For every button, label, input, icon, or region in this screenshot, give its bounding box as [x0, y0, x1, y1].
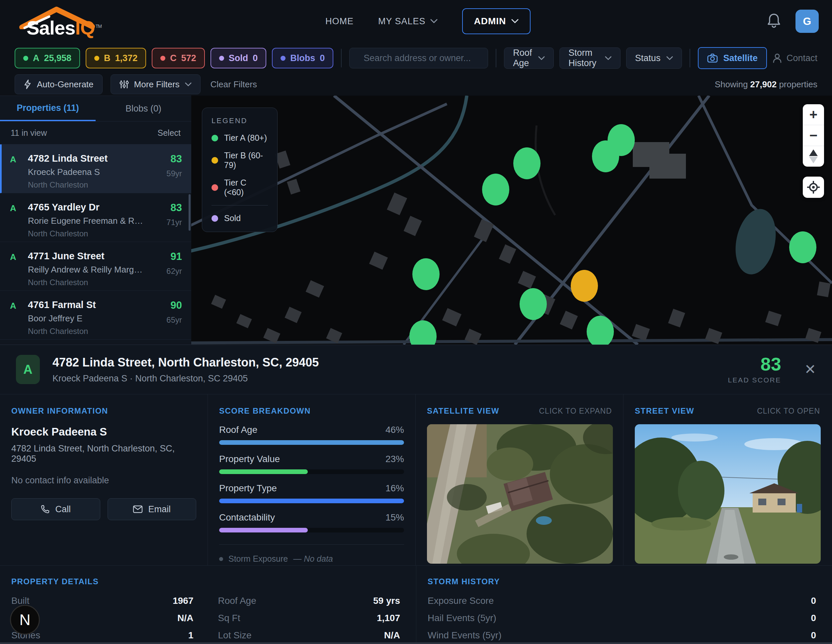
- status-dropdown[interactable]: Status: [626, 48, 682, 69]
- score-row-contactability: Contactability15%: [219, 512, 404, 532]
- tier-chip-blobs[interactable]: Blobs0: [272, 48, 333, 69]
- locate-me-button[interactable]: [803, 177, 824, 198]
- property-sidebar: Properties (11) Blobs (0) 11 in view Sel…: [0, 96, 191, 345]
- auto-generate-button[interactable]: Auto-Generate: [14, 74, 102, 94]
- roof-age-dropdown[interactable]: Roof Age: [504, 48, 554, 69]
- zoom-in-button[interactable]: +: [803, 104, 824, 125]
- detail-bottom-row: PROPERTY DETAILS Built1967 ValueN/A Stor…: [0, 565, 832, 644]
- tier-chip-c[interactable]: C572: [152, 48, 205, 69]
- street-view-image[interactable]: [635, 424, 821, 564]
- nav-link-home[interactable]: HOME: [325, 16, 354, 27]
- chevron-down-icon: [185, 82, 192, 87]
- map-marker-tier-a[interactable]: [513, 147, 541, 179]
- progress-bar: [219, 499, 404, 503]
- email-button[interactable]: Email: [107, 498, 197, 520]
- avatar[interactable]: G: [795, 10, 819, 33]
- score-row-property-type: Property Type16%: [219, 483, 404, 503]
- map-marker-tier-a[interactable]: [412, 258, 440, 290]
- brand-iq: IQ: [75, 17, 95, 38]
- nav-right: G: [767, 0, 819, 43]
- window-bottom-edge: [0, 642, 832, 644]
- property-list-item[interactable]: A 4782 Linda Street Kroeck Padeena S Nor…: [0, 144, 191, 193]
- dev-badge[interactable]: N: [10, 605, 40, 635]
- map-marker-tier-b[interactable]: [571, 270, 598, 302]
- property-city: North Charleston: [28, 180, 146, 190]
- detail-row-stories: Stories1: [11, 630, 194, 644]
- storm-history-dropdown[interactable]: Storm History: [559, 48, 621, 69]
- section-label: OWNER INFORMATION: [11, 406, 196, 415]
- legend-item-sold: Sold: [211, 213, 268, 223]
- storm-row-exposure: Exposure Score0: [428, 596, 816, 613]
- person-icon: [773, 53, 782, 63]
- more-filters-button[interactable]: More Filters: [110, 74, 200, 94]
- tier-c-dot-icon: [160, 56, 165, 61]
- click-to-open-hint: CLICK TO OPEN: [757, 407, 820, 415]
- map-marker-tier-a[interactable]: [587, 316, 614, 345]
- property-list-item[interactable]: A 4761 Farmal St Boor Jeffrey E North Ch…: [0, 291, 191, 340]
- top-nav: SalesIQTM HOME MY SALES ADMIN G: [0, 0, 832, 43]
- tab-properties[interactable]: Properties (11): [0, 96, 96, 121]
- nav-link-my-sales[interactable]: MY SALES: [378, 16, 438, 27]
- showing-count: Showing 27,902 properties: [715, 79, 818, 89]
- lead-score-value: 83: [728, 355, 781, 374]
- in-view-count: 11 in view: [11, 128, 47, 138]
- notification-bell-icon[interactable]: [767, 13, 781, 30]
- map-marker-tier-a[interactable]: [592, 141, 619, 172]
- map-legend: LEGEND Tier A (80+) Tier B (60-79) Tier …: [202, 107, 278, 232]
- property-list-item[interactable]: A 4765 Yardley Dr Rorie Eugene Freeman &…: [0, 193, 191, 242]
- contact-button[interactable]: Contact: [773, 53, 818, 63]
- map-marker-tier-a[interactable]: [520, 288, 547, 320]
- property-owner: Kroeck Padeena S: [28, 167, 146, 177]
- compass-control[interactable]: [803, 146, 824, 167]
- brand-logo[interactable]: SalesIQTM: [14, 4, 101, 38]
- property-list-item[interactable]: A 4771 June Street Reilly Andrew & Reill…: [0, 242, 191, 291]
- clear-filters-button[interactable]: Clear Filters: [211, 79, 257, 89]
- property-city: North Charleston: [28, 229, 146, 238]
- tier-chip-sold[interactable]: Sold0: [211, 48, 267, 69]
- lead-score: 91: [154, 251, 182, 262]
- detail-row-lot-size: Lot SizeN/A: [218, 630, 400, 644]
- tab-blobs[interactable]: Blobs (0): [96, 96, 191, 121]
- tier-a-dot-icon: [23, 56, 28, 61]
- tier-chip-b[interactable]: B1,372: [86, 48, 146, 69]
- satellite-image[interactable]: [427, 424, 613, 564]
- satellite-toggle-button[interactable]: Satellite: [698, 47, 767, 69]
- property-details-section: PROPERTY DETAILS Built1967 ValueN/A Stor…: [0, 566, 416, 644]
- progress-bar: [219, 470, 404, 474]
- no-contact-note: No contact info available: [11, 475, 196, 486]
- camera-icon: [707, 53, 718, 63]
- call-button[interactable]: Call: [11, 498, 100, 520]
- roof-age: 59yr: [154, 169, 182, 178]
- nav-links: HOME MY SALES ADMIN: [325, 0, 531, 43]
- property-address: 4782 Linda Street: [28, 153, 146, 164]
- phone-icon: [40, 505, 50, 514]
- detail-row-roof-age: Roof Age59 yrs: [218, 596, 400, 613]
- select-button[interactable]: Select: [158, 128, 181, 138]
- section-label: PROPERTY DETAILS: [11, 577, 400, 586]
- score-breakdown-section: SCORE BREAKDOWN Roof Age46% Property Val…: [208, 395, 416, 565]
- property-city: North Charleston: [28, 278, 146, 287]
- owner-address: 4782 Linda Street, North Charleston, SC,…: [11, 444, 196, 464]
- close-icon[interactable]: ✕: [805, 363, 816, 376]
- zoom-out-button[interactable]: −: [803, 125, 824, 146]
- tier-badge: A: [10, 202, 20, 242]
- nav-admin-button[interactable]: ADMIN: [462, 8, 531, 34]
- property-city: North Charleston: [28, 327, 146, 336]
- tier-c-dot-icon: [211, 184, 218, 191]
- compass-south-icon: [809, 157, 818, 163]
- sidebar-scrollbar[interactable]: [189, 194, 190, 231]
- chevron-down-icon: [666, 56, 673, 61]
- legend-title: LEGEND: [211, 117, 268, 125]
- property-owner: Boor Jeffrey E: [28, 313, 146, 324]
- tier-b-dot-icon: [94, 56, 99, 61]
- divider: [496, 49, 496, 67]
- map-marker-tier-a[interactable]: [789, 232, 816, 263]
- map-marker-tier-a[interactable]: [482, 174, 509, 206]
- detail-grid: OWNER INFORMATION Kroeck Padeena S 4782 …: [0, 395, 832, 565]
- search-input[interactable]: [363, 53, 482, 64]
- tier-chip-a[interactable]: A25,958: [14, 48, 80, 69]
- map-canvas[interactable]: LEGEND Tier A (80+) Tier B (60-79) Tier …: [191, 96, 832, 345]
- section-label: STORM HISTORY: [428, 577, 816, 586]
- chevron-down-icon: [605, 56, 611, 61]
- compass-north-icon: [809, 149, 818, 156]
